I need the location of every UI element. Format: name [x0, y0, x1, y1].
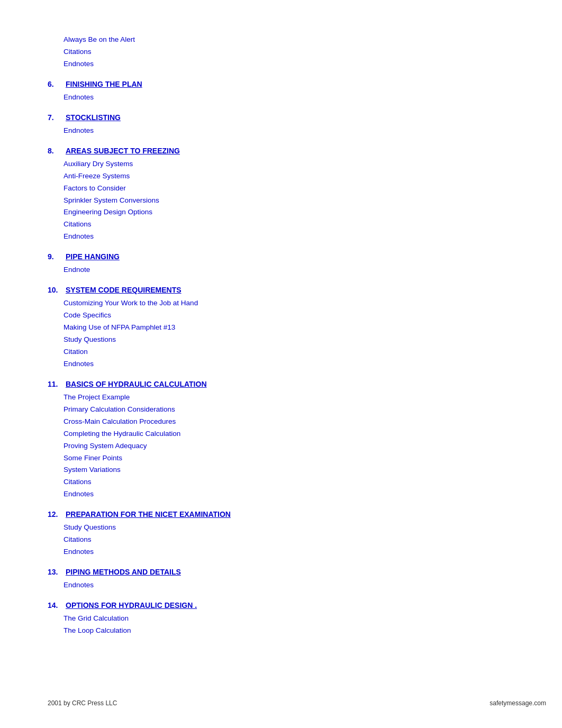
list-item[interactable]: Citation — [64, 346, 381, 358]
list-item[interactable]: System Variations — [64, 464, 381, 476]
section-heading: 8. AREAS SUBJECT TO FREEZING — [48, 147, 381, 155]
section-title[interactable]: PIPE HANGING — [66, 252, 120, 261]
list-item[interactable]: Proving System Adequacy — [64, 440, 381, 452]
subitems: Endnotes — [48, 92, 381, 104]
list-item[interactable]: Engineering Design Options — [64, 206, 381, 219]
section-8: 8. AREAS SUBJECT TO FREEZING Auxiliary D… — [48, 147, 381, 243]
list-item[interactable]: The Project Example — [64, 392, 381, 404]
list-item[interactable]: The Grid Calculation — [64, 613, 381, 625]
section-heading: 10. SYSTEM CODE REQUIREMENTS — [48, 286, 381, 294]
subitems: The Project Example Primary Calculation … — [48, 392, 381, 501]
list-item[interactable]: Cross-Main Calculation Procedures — [64, 416, 381, 428]
subitems: Endnote — [48, 264, 381, 276]
pre-section-items: Always Be on the Alert Citations Endnote… — [48, 34, 381, 70]
list-item[interactable]: Customizing Your Work to the Job at Hand — [64, 297, 381, 310]
list-item[interactable]: Study Questions — [64, 334, 381, 346]
section-14: 14. OPTIONS FOR HYDRAULIC DESIGN . The G… — [48, 601, 381, 637]
section-number: 10. — [48, 286, 64, 294]
list-item[interactable]: Endnotes — [64, 488, 381, 501]
list-item[interactable]: Code Specifics — [64, 310, 381, 322]
section-title[interactable]: AREAS SUBJECT TO FREEZING — [66, 147, 180, 155]
list-item[interactable]: Citations — [64, 534, 381, 546]
section-title[interactable]: PIPING METHODS AND DETAILS — [66, 568, 181, 576]
list-item[interactable]: Completing the Hydraulic Calculation — [64, 428, 381, 440]
section-title[interactable]: BASICS OF HYDRAULIC CALCULATION — [66, 380, 207, 388]
section-title[interactable]: PREPARATION FOR THE NICET EXAMINATION — [66, 510, 231, 518]
list-item[interactable]: Endnotes — [64, 231, 381, 243]
section-9: 9. PIPE HANGING Endnote — [48, 252, 381, 276]
section-heading: 11. BASICS OF HYDRAULIC CALCULATION — [48, 380, 381, 388]
section-7: 7. STOCKLISTING Endnotes — [48, 113, 381, 137]
section-heading: 13. PIPING METHODS AND DETAILS — [48, 568, 381, 576]
footer: 2001 by CRC Press LLC safetymessage.com — [48, 699, 546, 707]
list-item[interactable]: Citations — [64, 219, 381, 231]
subitems: Endnotes — [48, 125, 381, 137]
subitems: Customizing Your Work to the Job at Hand… — [48, 297, 381, 370]
section-10: 10. SYSTEM CODE REQUIREMENTS Customizing… — [48, 286, 381, 370]
subitems: Auxiliary Dry Systems Anti-Freeze System… — [48, 158, 381, 243]
section-heading: 9. PIPE HANGING — [48, 252, 381, 261]
list-item[interactable]: Auxiliary Dry Systems — [64, 158, 381, 170]
list-item[interactable]: Endnotes — [64, 125, 381, 137]
section-number: 9. — [48, 252, 64, 261]
list-item[interactable]: Endnotes — [64, 58, 381, 70]
section-heading: 14. OPTIONS FOR HYDRAULIC DESIGN . — [48, 601, 381, 609]
section-heading: 6. FINISHING THE PLAN — [48, 80, 381, 88]
section-12: 12. PREPARATION FOR THE NICET EXAMINATIO… — [48, 510, 381, 558]
list-item[interactable]: Citations — [64, 476, 381, 488]
copyright-text: 2001 by CRC Press LLC — [48, 699, 117, 707]
list-item[interactable]: Anti-Freeze Systems — [64, 170, 381, 183]
list-item[interactable]: Some Finer Points — [64, 452, 381, 465]
section-13: 13. PIPING METHODS AND DETAILS Endnotes — [48, 568, 381, 592]
section-number: 7. — [48, 113, 64, 122]
list-item[interactable]: Factors to Consider — [64, 183, 381, 195]
pre-subitems: Always Be on the Alert Citations Endnote… — [48, 34, 381, 70]
section-number: 14. — [48, 601, 64, 609]
section-number: 6. — [48, 80, 64, 88]
list-item[interactable]: Endnotes — [64, 358, 381, 370]
section-title[interactable]: SYSTEM CODE REQUIREMENTS — [66, 286, 182, 294]
list-item[interactable]: Always Be on the Alert — [64, 34, 381, 46]
list-item[interactable]: Endnotes — [64, 92, 381, 104]
list-item[interactable]: Study Questions — [64, 522, 381, 534]
list-item[interactable]: Sprinkler System Conversions — [64, 195, 381, 207]
section-title[interactable]: STOCKLISTING — [66, 113, 121, 122]
list-item[interactable]: Endnotes — [64, 579, 381, 592]
list-item[interactable]: Making Use of NFPA Pamphlet #13 — [64, 322, 381, 334]
section-heading: 12. PREPARATION FOR THE NICET EXAMINATIO… — [48, 510, 381, 518]
list-item[interactable]: The Loop Calculation — [64, 625, 381, 637]
subitems: Study Questions Citations Endnotes — [48, 522, 381, 558]
subitems: Endnotes — [48, 579, 381, 592]
page-container: Always Be on the Alert Citations Endnote… — [0, 0, 423, 689]
section-number: 11. — [48, 380, 64, 388]
section-number: 8. — [48, 147, 64, 155]
website-text: safetymessage.com — [490, 699, 546, 707]
list-item[interactable]: Endnote — [64, 264, 381, 276]
section-6: 6. FINISHING THE PLAN Endnotes — [48, 80, 381, 104]
section-title[interactable]: FINISHING THE PLAN — [66, 80, 142, 88]
section-heading: 7. STOCKLISTING — [48, 113, 381, 122]
section-11: 11. BASICS OF HYDRAULIC CALCULATION The … — [48, 380, 381, 501]
list-item[interactable]: Endnotes — [64, 546, 381, 558]
list-item[interactable]: Primary Calculation Considerations — [64, 404, 381, 416]
list-item[interactable]: Citations — [64, 46, 381, 58]
section-title[interactable]: OPTIONS FOR HYDRAULIC DESIGN . — [66, 601, 197, 609]
subitems: The Grid Calculation The Loop Calculatio… — [48, 613, 381, 637]
section-number: 13. — [48, 568, 64, 576]
section-number: 12. — [48, 510, 64, 518]
